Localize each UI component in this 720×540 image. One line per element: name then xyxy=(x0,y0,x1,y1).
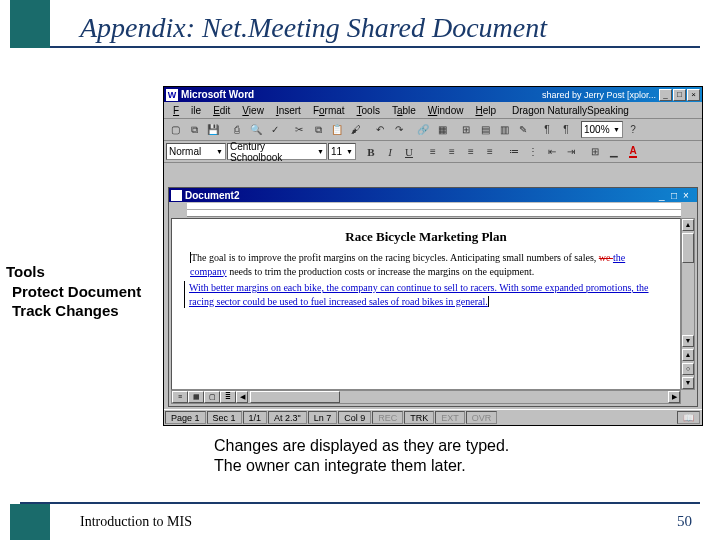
menu-table[interactable]: Table xyxy=(386,104,422,117)
minimize-button[interactable]: _ xyxy=(659,89,672,101)
scroll-down-icon[interactable]: ▼ xyxy=(682,335,694,347)
document-title: Document2 xyxy=(185,190,659,201)
outline-view-icon[interactable]: ≣ xyxy=(220,391,236,403)
normal-view-icon[interactable]: ≡ xyxy=(172,391,188,403)
scroll-right-icon[interactable]: ▶ xyxy=(668,391,680,403)
cut-icon[interactable]: ✂ xyxy=(290,121,308,139)
footer-underline xyxy=(20,502,700,504)
menu-edit[interactable]: Edit xyxy=(207,104,236,117)
insert-table-icon[interactable]: ⊞ xyxy=(457,121,475,139)
doc-maximize-button[interactable]: □ xyxy=(671,190,683,201)
bold-button[interactable]: B xyxy=(362,143,380,161)
undo-icon[interactable]: ↶ xyxy=(371,121,389,139)
increase-indent-icon[interactable]: ⇥ xyxy=(562,143,580,161)
copy-icon[interactable]: ⧉ xyxy=(309,121,327,139)
open-icon[interactable]: ⧉ xyxy=(185,121,203,139)
standard-toolbar: ▢ ⧉ 💾 ⎙ 🔍 ✓ ✂ ⧉ 📋 🖌 ↶ ↷ 🔗 ▦ ⊞ ▤ ▥ ✎ ¶ ¶ xyxy=(164,119,702,141)
status-ovr: OVR xyxy=(466,411,498,424)
word-titlebar[interactable]: W Microsoft Word shared by Jerry Post [x… xyxy=(164,87,702,102)
menu-format[interactable]: Format xyxy=(307,104,351,117)
horizontal-ruler[interactable] xyxy=(187,203,681,217)
numbering-icon[interactable]: ≔ xyxy=(505,143,523,161)
prev-page-icon[interactable]: ▲ xyxy=(682,349,694,361)
help-icon[interactable]: ? xyxy=(624,121,642,139)
chevron-down-icon: ▼ xyxy=(317,148,324,155)
browse-object-icon[interactable]: ○ xyxy=(682,363,694,375)
status-ext: EXT xyxy=(435,411,465,424)
doc-close-button[interactable]: × xyxy=(683,190,695,201)
style-select[interactable]: Normal▼ xyxy=(166,143,226,160)
slide-caption: Changes are displayed as they are typed.… xyxy=(214,436,509,476)
doc-minimize-button[interactable]: _ xyxy=(659,190,671,201)
close-button[interactable]: × xyxy=(687,89,700,101)
italic-button[interactable]: I xyxy=(381,143,399,161)
paste-icon[interactable]: 📋 xyxy=(328,121,346,139)
formatting-toolbar: Normal▼ Century Schoolbook▼ 11▼ B I U ≡ … xyxy=(164,141,702,163)
new-doc-icon[interactable]: ▢ xyxy=(166,121,184,139)
borders-icon[interactable]: ⊞ xyxy=(586,143,604,161)
word-app-icon: W xyxy=(166,89,178,101)
page-view-icon[interactable]: ▢ xyxy=(204,391,220,403)
document-icon xyxy=(171,190,182,201)
document-window: Document2 _ □ × Race Bicycle Marketing P… xyxy=(168,187,698,407)
font-size-select[interactable]: 11▼ xyxy=(328,143,356,160)
document-titlebar[interactable]: Document2 _ □ × xyxy=(169,188,697,202)
status-col: Col 9 xyxy=(338,411,371,424)
menu-view[interactable]: View xyxy=(236,104,270,117)
highlight-icon[interactable]: ▁ xyxy=(605,143,623,161)
scroll-up-icon[interactable]: ▲ xyxy=(682,219,694,231)
font-color-button[interactable]: A xyxy=(624,143,642,161)
tables-borders-icon[interactable]: ▦ xyxy=(433,121,451,139)
vertical-scrollbar[interactable]: ▲ ▼ ▲ ○ ▼ xyxy=(681,218,695,390)
preview-icon[interactable]: 🔍 xyxy=(247,121,265,139)
title-underline xyxy=(50,46,700,48)
zoom-select[interactable]: 100%▼ xyxy=(581,121,623,138)
menu-insert[interactable]: Insert xyxy=(270,104,307,117)
status-book-icon[interactable]: 📖 xyxy=(677,411,700,424)
doc-para-2: With better margins on each bike, the co… xyxy=(184,281,662,308)
layout-view-icon[interactable]: ▦ xyxy=(188,391,204,403)
columns-icon[interactable]: ▥ xyxy=(495,121,513,139)
align-center-icon[interactable]: ≡ xyxy=(443,143,461,161)
tracked-deletion: we xyxy=(599,252,613,263)
status-rec: REC xyxy=(372,411,403,424)
menu-tools[interactable]: Tools xyxy=(351,104,386,117)
scroll-left-icon[interactable]: ◀ xyxy=(236,391,248,403)
menu-dragon[interactable]: Dragon NaturallySpeaking xyxy=(506,104,635,117)
document-body[interactable]: Race Bicycle Marketing Plan The goal is … xyxy=(171,218,681,390)
status-trk: TRK xyxy=(404,411,434,424)
horizontal-scrollbar[interactable]: ≡ ▦ ▢ ≣ ◀ ▶ xyxy=(171,390,681,404)
format-painter-icon[interactable]: 🖌 xyxy=(347,121,365,139)
status-at: At 2.3" xyxy=(268,411,307,424)
decrease-indent-icon[interactable]: ⇤ xyxy=(543,143,561,161)
word-menubar: File Edit View Insert Format Tools Table… xyxy=(164,102,702,119)
text-cursor-2 xyxy=(488,296,489,307)
bullets-icon[interactable]: ⋮ xyxy=(524,143,542,161)
maximize-button[interactable]: □ xyxy=(673,89,686,101)
spellcheck-icon[interactable]: ✓ xyxy=(266,121,284,139)
align-left-icon[interactable]: ≡ xyxy=(424,143,442,161)
underline-button[interactable]: U xyxy=(400,143,418,161)
menu-file[interactable]: File xyxy=(167,104,207,117)
print-icon[interactable]: ⎙ xyxy=(228,121,246,139)
menu-window[interactable]: Window xyxy=(422,104,470,117)
justify-icon[interactable]: ≡ xyxy=(481,143,499,161)
next-page-icon[interactable]: ▼ xyxy=(682,377,694,389)
align-right-icon[interactable]: ≡ xyxy=(462,143,480,161)
excel-icon[interactable]: ▤ xyxy=(476,121,494,139)
drawing-icon[interactable]: ✎ xyxy=(514,121,532,139)
font-select[interactable]: Century Schoolbook▼ xyxy=(227,143,327,160)
scroll-thumb[interactable] xyxy=(682,233,694,263)
redo-icon[interactable]: ↷ xyxy=(390,121,408,139)
save-icon[interactable]: 💾 xyxy=(204,121,222,139)
doc-para-1: The goal is to improve the profit margin… xyxy=(190,251,662,278)
show-hide-icon[interactable]: ¶ xyxy=(557,121,575,139)
doc-map-icon[interactable]: ¶ xyxy=(538,121,556,139)
hscroll-thumb[interactable] xyxy=(250,391,340,403)
menu-help[interactable]: Help xyxy=(469,104,502,117)
status-page: Page 1 xyxy=(165,411,206,424)
hyperlink-icon[interactable]: 🔗 xyxy=(414,121,432,139)
doc-heading: Race Bicycle Marketing Plan xyxy=(190,229,662,245)
caption-line-1: Changes are displayed as they are typed. xyxy=(214,436,509,456)
slide-accent-top xyxy=(10,0,50,48)
